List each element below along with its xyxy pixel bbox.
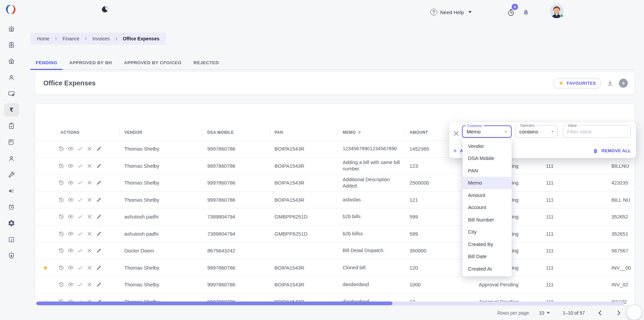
download-icon[interactable]	[606, 79, 614, 87]
approve-icon[interactable]	[77, 197, 83, 203]
view-icon[interactable]	[68, 146, 74, 152]
breadcrumb-finance[interactable]: Finance	[62, 36, 79, 41]
row-star-cell[interactable]: ★	[35, 265, 56, 271]
approve-icon[interactable]	[77, 247, 83, 254]
history-icon[interactable]	[58, 281, 65, 288]
table-row[interactable]: ashutosh padhi 7389804794 GMBPP6251D b2b…	[35, 226, 635, 243]
history-icon[interactable]	[58, 179, 65, 186]
horizontal-scrollbar-thumb[interactable]	[36, 302, 392, 305]
table-row[interactable]: Thomas Shelby 9997860786 BOIPA1543R Addi…	[35, 174, 635, 192]
reject-icon[interactable]	[86, 281, 93, 288]
dropdown-option-dsa-mobile[interactable]: DSA Mobile	[463, 152, 512, 165]
edit-icon[interactable]	[96, 265, 102, 271]
tab-approved-by-bh[interactable]: APPROVED BY BH	[64, 56, 117, 69]
dark-mode-moon-icon[interactable]	[101, 5, 109, 13]
dropdown-option-created-by[interactable]: Created By	[463, 238, 512, 250]
history-icon[interactable]	[58, 163, 65, 169]
header-memo[interactable]: MEMO	[338, 124, 405, 141]
dropdown-option-account[interactable]: Account	[463, 201, 512, 214]
history-icon[interactable]	[58, 265, 65, 271]
history-icon[interactable]	[58, 247, 65, 254]
clickup-widget-button[interactable]	[627, 305, 641, 320]
header-pan[interactable]: PAN	[270, 124, 338, 141]
edit-icon[interactable]	[96, 179, 102, 186]
reject-icon[interactable]	[86, 179, 93, 186]
edit-icon[interactable]	[96, 281, 102, 288]
edit-icon[interactable]	[96, 146, 102, 152]
history-icon[interactable]	[58, 197, 65, 203]
tab-rejected[interactable]: REJECTED	[188, 56, 224, 69]
sidebar-item-screen-settings-icon[interactable]	[3, 86, 19, 102]
previous-page-icon[interactable]	[596, 309, 604, 317]
reject-icon[interactable]	[86, 213, 93, 220]
view-icon[interactable]	[68, 213, 74, 220]
filter-operator-select[interactable]: Operator contains	[515, 125, 558, 138]
table-row[interactable]: Thomas Shelby 9997860786 BOIPA1543R asfa…	[35, 192, 635, 209]
approve-icon[interactable]	[77, 179, 83, 186]
dropdown-option-bill-date[interactable]: Bill Date	[463, 250, 512, 263]
reject-icon[interactable]	[86, 265, 93, 271]
approve-icon[interactable]	[77, 231, 83, 237]
dropdown-option-created-at[interactable]: Created At	[463, 263, 512, 275]
dropdown-option-amount[interactable]: Amount	[463, 189, 512, 201]
view-icon[interactable]	[68, 247, 74, 254]
view-icon[interactable]	[68, 231, 74, 237]
header-dsa-mobile[interactable]: DSA MOBILE	[203, 124, 270, 141]
history-icon[interactable]	[58, 231, 65, 237]
sidebar-item-home-icon[interactable]	[3, 21, 19, 37]
notifications-bell-icon[interactable]	[522, 9, 530, 16]
table-row[interactable]: ★ Thomas Shelby 9997860786 BOIPA1543R Cl…	[35, 259, 635, 277]
reject-icon[interactable]	[86, 231, 93, 237]
sidebar-item-home-alt-icon[interactable]	[3, 53, 19, 69]
sidebar-item-clipboard-check-icon[interactable]	[3, 118, 19, 134]
edit-icon[interactable]	[96, 231, 102, 237]
view-icon[interactable]	[68, 281, 74, 288]
view-icon[interactable]	[68, 179, 74, 186]
dropdown-option-pan[interactable]: PAN	[463, 164, 512, 177]
remove-all-button[interactable]: REMOVE ALL	[593, 148, 631, 154]
edit-icon[interactable]	[96, 197, 102, 203]
table-row[interactable]: ashutosh padhi 7389804794 GMBPP6251D b2b…	[35, 208, 635, 226]
edit-icon[interactable]	[96, 163, 102, 169]
sidebar-item-journal-icon[interactable]: J	[3, 231, 19, 247]
header-vendor[interactable]: VENDOR	[120, 124, 203, 141]
view-icon[interactable]	[68, 163, 74, 169]
horizontal-scrollbar-track[interactable]	[36, 302, 624, 305]
sidebar-item-user-directory-icon[interactable]	[3, 151, 19, 167]
sidebar-item-reminders-icon[interactable]	[3, 199, 19, 215]
approve-icon[interactable]	[77, 163, 83, 169]
table-row[interactable]: Thomas Shelby 9997860786 BOIPA1543R dasd…	[35, 276, 635, 293]
sidebar-item-settings-icon[interactable]	[3, 215, 19, 231]
sidebar-item-id-badge-icon[interactable]	[3, 37, 19, 53]
sidebar-item-announcements-icon[interactable]	[3, 183, 19, 199]
filter-columns-select[interactable]: Columns Memo	[462, 125, 512, 138]
reject-icon[interactable]	[86, 197, 93, 203]
app-logo[interactable]	[4, 3, 17, 16]
reminders-timer-button[interactable]: 0	[507, 7, 520, 17]
edit-icon[interactable]	[96, 247, 102, 254]
dropdown-option-vendor[interactable]: Vendor	[463, 140, 512, 152]
table-row[interactable]: Doctor Doom 8675643242 Bill Detail Dispa…	[35, 242, 635, 259]
remove-filter-icon[interactable]	[453, 130, 460, 137]
dropdown-option-bill-number[interactable]: Bill Number	[463, 213, 512, 226]
approve-icon[interactable]	[77, 265, 83, 271]
view-icon[interactable]	[68, 197, 74, 203]
approve-icon[interactable]	[77, 213, 83, 220]
filter-value-input[interactable]: Value Filter value	[563, 125, 631, 138]
favourite-star-icon[interactable]: ★	[43, 265, 48, 271]
breadcrumb-invoices[interactable]: Invoices	[92, 36, 110, 41]
sidebar-item-payments-rupee-icon[interactable]: ₹	[3, 102, 19, 118]
favourites-button[interactable]: ★ FAVOURITES	[553, 78, 601, 88]
approve-icon[interactable]	[77, 146, 83, 152]
edit-icon[interactable]	[96, 213, 102, 220]
tab-pending[interactable]: PENDING	[30, 56, 62, 69]
need-help-menu[interactable]: ? Need Help	[430, 9, 472, 15]
user-avatar[interactable]	[550, 4, 564, 18]
sidebar-item-user-icon[interactable]	[3, 70, 19, 86]
sidebar-item-security-shield-icon[interactable]	[3, 248, 19, 264]
sort-ascending-icon[interactable]	[357, 130, 362, 135]
sidebar-item-note-edit-icon[interactable]	[3, 134, 19, 150]
reject-icon[interactable]	[86, 163, 93, 169]
sidebar-item-tools-icon[interactable]	[3, 167, 19, 183]
history-icon[interactable]	[58, 146, 65, 152]
